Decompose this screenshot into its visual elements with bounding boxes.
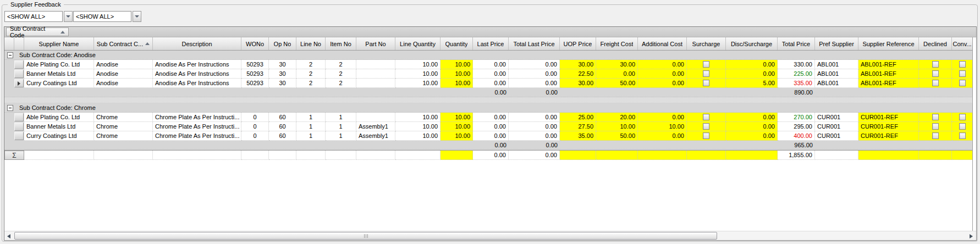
cell-total_last_price[interactable]: 0.00 bbox=[509, 60, 560, 69]
cell-total_last_price[interactable]: 0.00 bbox=[509, 69, 560, 79]
cell-freight_cost[interactable]: 10.00 bbox=[596, 122, 638, 131]
cell-part_no[interactable]: Assembly1 bbox=[356, 122, 395, 131]
column-header-group_indent[interactable] bbox=[4, 37, 14, 50]
cell-pref_supplier[interactable]: ABL001 bbox=[815, 60, 858, 69]
cell-total_last_price[interactable]: 0.00 bbox=[509, 113, 560, 122]
filter-2-value[interactable]: <SHOW ALL> bbox=[73, 11, 131, 22]
table-row[interactable]: Banner Metals LtdChromeChrome Plate As P… bbox=[4, 122, 973, 131]
filter-1-dropdown-button[interactable] bbox=[64, 11, 73, 22]
cell-supplier_reference[interactable]: CUR001-REF bbox=[858, 131, 919, 141]
cell-disc_surcharge[interactable]: 0.00 bbox=[726, 122, 778, 131]
cell-freight_cost[interactable]: 20.00 bbox=[596, 113, 638, 122]
cell-disc_surcharge[interactable]: 0.00 bbox=[726, 113, 778, 122]
cell-pref_supplier[interactable]: CUR001 bbox=[815, 113, 858, 122]
collapse-button[interactable] bbox=[7, 52, 13, 58]
cell-op_no[interactable]: 30 bbox=[269, 60, 296, 69]
cell-additional_cost[interactable]: 0.00 bbox=[638, 131, 687, 141]
cell-last_price[interactable]: 0.00 bbox=[473, 69, 509, 79]
cell-part_no[interactable] bbox=[356, 60, 395, 69]
cell-declined[interactable] bbox=[919, 113, 952, 122]
table-row[interactable]: Banner Metals LtdAnodiseAnodise As Per I… bbox=[4, 69, 973, 79]
cell-supplier_name[interactable]: Curry Coatings Ltd bbox=[24, 79, 94, 88]
row-indicator-button[interactable] bbox=[14, 113, 24, 121]
cell-op_no[interactable]: 60 bbox=[269, 113, 296, 122]
cell-supplier_name[interactable]: Able Plating Co. Ltd bbox=[24, 113, 94, 122]
column-header-total_price[interactable]: Total Price bbox=[778, 37, 815, 50]
cell-declined[interactable] bbox=[919, 122, 952, 131]
cell-supplier_reference[interactable]: ABL001-REF bbox=[858, 60, 919, 69]
cell-line_no[interactable]: 2 bbox=[296, 69, 326, 79]
sigma-button[interactable]: Σ bbox=[4, 151, 24, 160]
declined-checkbox[interactable] bbox=[932, 61, 939, 68]
cell-line_quantity[interactable]: 10.00 bbox=[395, 69, 441, 79]
table-row[interactable]: Able Plating Co. LtdChromeChrome Plate A… bbox=[4, 113, 973, 122]
conv-checkbox[interactable] bbox=[959, 80, 966, 86]
cell-additional_cost[interactable]: 0.00 bbox=[638, 79, 687, 88]
column-header-sub_contract_code[interactable]: Sub Contract C... bbox=[94, 37, 153, 50]
column-header-pref_supplier[interactable]: Pref Supplier bbox=[815, 37, 858, 50]
cell-line_no[interactable]: 2 bbox=[296, 79, 326, 88]
cell-op_no[interactable]: 60 bbox=[269, 122, 296, 131]
cell-line_quantity[interactable]: 10.00 bbox=[395, 60, 441, 69]
cell-supplier_name[interactable]: Banner Metals Ltd bbox=[24, 69, 94, 79]
cell-line_quantity[interactable]: 10.00 bbox=[395, 122, 441, 131]
cell-line_no[interactable]: 2 bbox=[296, 60, 326, 69]
cell-quantity[interactable]: 10.00 bbox=[441, 69, 473, 79]
row-indicator[interactable] bbox=[14, 60, 24, 69]
row-indicator-button[interactable] bbox=[14, 60, 24, 69]
cell-item_no[interactable]: 2 bbox=[326, 69, 356, 79]
column-header-supplier_reference[interactable]: Supplier Reference bbox=[858, 37, 919, 50]
cell-line_no[interactable]: 1 bbox=[296, 113, 326, 122]
surcharge-checkbox[interactable] bbox=[703, 61, 709, 68]
scrollbar-thumb[interactable] bbox=[14, 232, 717, 240]
cell-additional_cost[interactable]: 0.00 bbox=[638, 60, 687, 69]
cell-item_no[interactable]: 1 bbox=[326, 113, 356, 122]
cell-wono[interactable]: 50293 bbox=[241, 69, 269, 79]
scroll-right-icon[interactable] bbox=[970, 234, 973, 239]
row-indicator-button[interactable] bbox=[14, 123, 24, 131]
cell-description[interactable]: Chrome Plate As Per Instructi... bbox=[153, 122, 241, 131]
column-header-description[interactable]: Description bbox=[153, 37, 241, 50]
cell-quantity[interactable]: 10.00 bbox=[441, 79, 473, 88]
cell-pref_supplier[interactable]: ABL001 bbox=[815, 79, 858, 88]
cell-surcharge[interactable] bbox=[687, 79, 726, 88]
cell-uop_price[interactable]: 35.00 bbox=[560, 131, 596, 141]
cell-disc_surcharge[interactable]: 0.00 bbox=[726, 131, 778, 141]
cell-pref_supplier[interactable]: CUR001 bbox=[815, 131, 858, 141]
conv-checkbox[interactable] bbox=[959, 114, 966, 120]
declined-checkbox[interactable] bbox=[932, 80, 939, 86]
cell-surcharge[interactable] bbox=[687, 113, 726, 122]
column-header-conv[interactable]: Conv... bbox=[952, 37, 973, 50]
cell-description[interactable]: Anodise As Per Instructions bbox=[153, 60, 241, 69]
column-header-disc_surcharge[interactable]: Disc/Surcharge bbox=[726, 37, 778, 50]
column-header-quantity[interactable]: Quantity bbox=[441, 37, 473, 50]
cell-conv[interactable] bbox=[952, 60, 973, 69]
surcharge-checkbox[interactable] bbox=[703, 114, 709, 120]
cell-description[interactable]: Chrome Plate As Per Instructi... bbox=[153, 131, 241, 141]
cell-total_price[interactable]: 400.00 bbox=[778, 131, 815, 141]
scroll-left-icon[interactable] bbox=[7, 234, 10, 239]
column-header-line_quantity[interactable]: Line Quantity bbox=[395, 37, 441, 50]
cell-surcharge[interactable] bbox=[687, 69, 726, 79]
cell-disc_surcharge[interactable]: 0.00 bbox=[726, 60, 778, 69]
column-header-uop_price[interactable]: UOP Price bbox=[560, 37, 596, 50]
cell-description[interactable]: Chrome Plate As Per Instructi... bbox=[153, 113, 241, 122]
cell-freight_cost[interactable]: 0.00 bbox=[596, 69, 638, 79]
cell-disc_surcharge[interactable]: 5.00 bbox=[726, 79, 778, 88]
cell-uop_price[interactable]: 30.00 bbox=[560, 79, 596, 88]
cell-item_no[interactable]: 1 bbox=[326, 122, 356, 131]
cell-conv[interactable] bbox=[952, 69, 973, 79]
cell-quantity[interactable]: 10.00 bbox=[441, 131, 473, 141]
cell-last_price[interactable]: 0.00 bbox=[473, 131, 509, 141]
cell-declined[interactable] bbox=[919, 131, 952, 141]
column-header-declined[interactable]: Declined bbox=[919, 37, 952, 50]
row-indicator-button[interactable] bbox=[14, 70, 24, 78]
cell-total_price[interactable]: 270.00 bbox=[778, 113, 815, 122]
row-indicator[interactable] bbox=[14, 79, 24, 88]
cell-supplier_reference[interactable]: ABL001-REF bbox=[858, 79, 919, 88]
cell-description[interactable]: Anodise As Per Instructions bbox=[153, 69, 241, 79]
cell-freight_cost[interactable]: 30.00 bbox=[596, 60, 638, 69]
cell-last_price[interactable]: 0.00 bbox=[473, 122, 509, 131]
cell-declined[interactable] bbox=[919, 60, 952, 69]
cell-line_no[interactable]: 1 bbox=[296, 131, 326, 141]
